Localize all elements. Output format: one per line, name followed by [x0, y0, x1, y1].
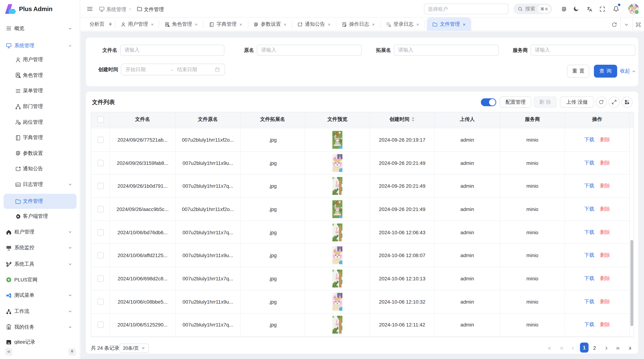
svg-text:DEV: DEV [16, 184, 20, 186]
